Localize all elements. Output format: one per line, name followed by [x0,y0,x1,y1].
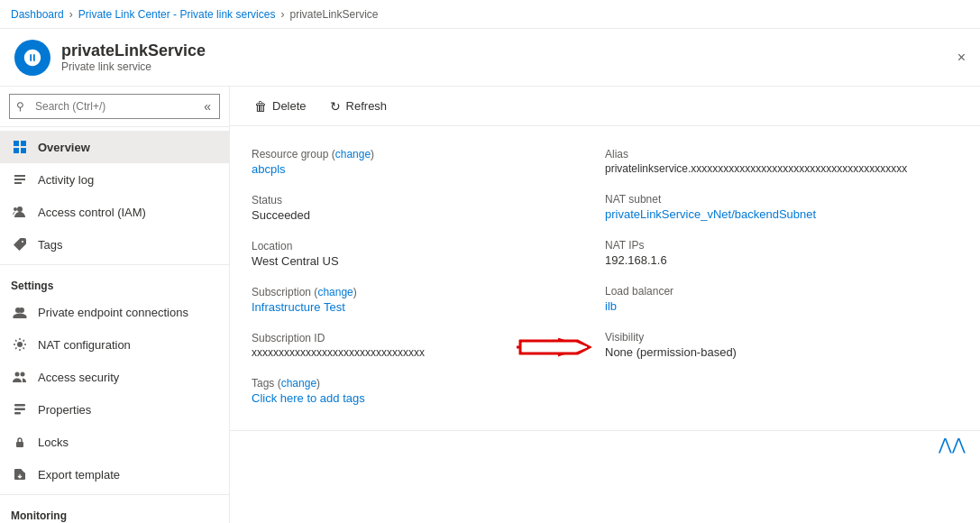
content-panel: 🗑 Delete ↻ Refresh Resource group (chang… [230,87,980,523]
nat-ips-value: 192.168.1.6 [605,253,958,267]
sidebar-access-security-label: Access security [38,371,119,384]
search-container: ⚲ « [0,87,229,127]
nat-config-icon [11,335,29,353]
resource-subtitle: Private link service [61,60,206,73]
delete-button[interactable]: 🗑 Delete [244,95,316,118]
svg-rect-12 [14,404,25,407]
resource-group-link[interactable]: abcpls [252,162,286,176]
subscription-label: Subscription (change) [252,286,605,298]
collapse-content-button[interactable]: ⋀⋀ [939,435,966,454]
properties-icon [11,400,29,418]
load-balancer-value: ilb [605,299,958,313]
sidebar-item-export-template[interactable]: Export template [0,458,229,491]
sidebar-item-nat-config[interactable]: NAT configuration [0,328,229,361]
nat-ips-label: NAT IPs [605,239,958,252]
refresh-icon: ↻ [330,99,341,114]
refresh-label: Refresh [346,99,388,113]
field-resource-group: Resource group (change) abcpls [252,141,605,187]
sidebar-item-overview[interactable]: Overview [0,131,229,163]
svg-point-11 [21,372,25,377]
delete-label: Delete [272,99,307,113]
visibility-value: None (permission-based) [605,345,958,359]
svg-rect-6 [14,182,22,184]
tags-change-link[interactable]: change [281,377,316,390]
load-balancer-link[interactable]: ilb [605,299,617,313]
toolbar: 🗑 Delete ↻ Refresh [230,87,980,126]
svg-rect-13 [14,408,25,411]
nat-subnet-value: privateLinkService_vNet/backendSubnet [605,207,958,221]
svg-point-10 [15,372,20,377]
sidebar-properties-label: Properties [38,403,91,417]
tags-icon [11,235,29,253]
field-status: Status Succeeded [252,187,605,233]
tags-label: Tags (change) [252,377,605,390]
sidebar-navigation: Overview Activity log Access control (IA… [0,127,229,523]
access-security-icon [11,368,29,386]
search-icon: ⚲ [16,100,24,113]
sidebar-overview-label: Overview [38,141,90,154]
overview-icon [11,138,29,156]
subscription-value: Infrastructure Test [252,300,605,314]
svg-rect-3 [21,148,26,153]
activity-log-icon [11,170,29,188]
field-location: Location West Central US [252,233,605,279]
breadcrumb-private-link[interactable]: Private Link Center - Private link servi… [78,8,276,21]
svg-rect-15 [16,442,23,447]
field-visibility: Visibility None (permission-based) [605,324,958,370]
sidebar-item-properties[interactable]: Properties [0,393,229,426]
locks-icon [11,433,29,451]
resource-group-value: abcpls [252,162,605,176]
collapse-row: ⋀⋀ [230,430,980,458]
sidebar-item-locks[interactable]: Locks [0,426,229,458]
resource-icon [14,40,50,76]
red-arrow-annotation [515,331,596,363]
field-nat-subnet: NAT subnet privateLinkService_vNet/backe… [605,186,958,232]
sidebar-item-access-security[interactable]: Access security [0,361,229,393]
sidebar-item-access-control[interactable]: Access control (IAM) [0,196,229,228]
access-control-icon [11,203,29,221]
sidebar-export-label: Export template [38,468,120,482]
nav-divider-2 [0,494,229,495]
field-tags: Tags (change) Click here to add tags [252,370,605,416]
collapse-sidebar-button[interactable]: « [204,99,211,114]
status-label: Status [252,194,605,206]
resource-header: privateLinkService Private link service … [0,29,980,87]
field-load-balancer: Load balancer ilb [605,278,958,324]
svg-rect-0 [14,141,19,146]
resource-group-change-link[interactable]: change [335,148,371,161]
location-label: Location [252,240,605,252]
breadcrumb-dashboard[interactable]: Dashboard [11,8,64,21]
monitoring-section-label: Monitoring [0,499,229,523]
settings-section-label: Settings [0,269,229,296]
subscription-link[interactable]: Infrastructure Test [252,300,345,314]
sidebar-item-tags[interactable]: Tags [0,228,229,261]
close-button[interactable]: × [954,46,969,69]
tags-add-link-container: Click here to add tags [252,391,605,405]
resource-group-label: Resource group (change) [252,148,605,161]
svg-rect-14 [14,412,21,415]
nav-divider-1 [0,264,229,265]
search-input[interactable] [9,94,220,119]
svg-rect-4 [14,175,25,177]
sidebar-locks-label: Locks [38,436,69,449]
svg-point-8 [14,207,17,211]
export-template-icon [11,465,29,483]
sidebar-item-private-endpoint[interactable]: Private endpoint connections [0,296,229,328]
sidebar-item-activity-log[interactable]: Activity log [0,163,229,196]
alias-value: privatelinkservice.xxxxxxxxxxxxxxxxxxxxx… [605,162,958,175]
nat-subnet-label: NAT subnet [605,193,958,206]
alias-label: Alias [605,148,958,161]
sidebar-nat-config-label: NAT configuration [38,338,131,352]
visibility-field-container: Visibility None (permission-based) [605,324,958,370]
breadcrumb-current: privateLinkService [289,8,378,21]
refresh-button[interactable]: ↻ Refresh [320,95,398,118]
sidebar-private-endpoint-label: Private endpoint connections [38,306,188,319]
svg-rect-1 [21,141,26,146]
overview-grid: Resource group (change) abcpls Status Su… [230,126,980,430]
add-tags-link[interactable]: Click here to add tags [252,391,365,405]
subscription-change-link[interactable]: change [317,286,353,298]
delete-icon: 🗑 [254,99,267,114]
nat-subnet-link[interactable]: privateLinkService_vNet/backendSubnet [605,207,816,221]
status-value: Succeeded [252,208,605,222]
sidebar-tags-label: Tags [38,238,62,252]
